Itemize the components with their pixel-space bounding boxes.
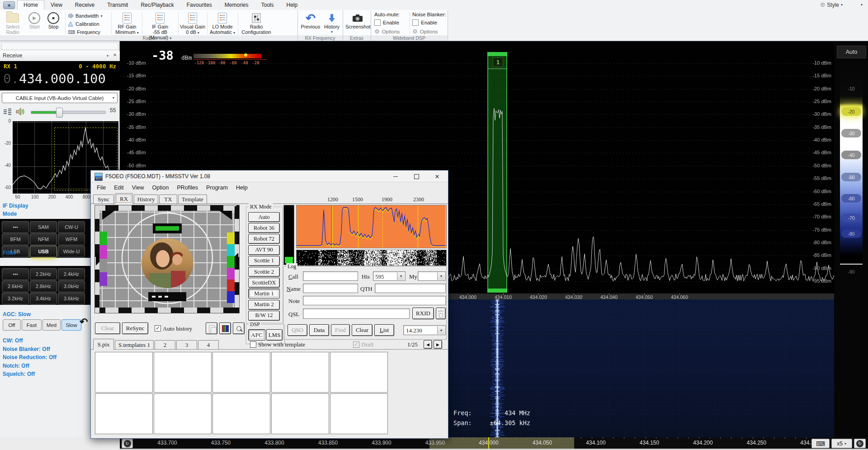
noise-blanker-enable[interactable]: Enable bbox=[412, 19, 437, 26]
mode-button-wide-u[interactable]: Wide-U bbox=[58, 246, 85, 257]
navigator-center-button[interactable]: ↻ bbox=[122, 439, 133, 448]
navigator-view-region[interactable] bbox=[429, 437, 574, 449]
menu-option[interactable]: Option bbox=[148, 185, 173, 191]
status-noise-reduction[interactable]: Noise Reduction: Off bbox=[3, 354, 57, 360]
screenshot-button[interactable]: Screenshot bbox=[345, 12, 370, 34]
magnifier-button[interactable] bbox=[233, 322, 245, 334]
mode-button-bfm[interactable]: BFM bbox=[2, 233, 29, 245]
rx-mode-scottie-2[interactable]: Scottie 2 bbox=[248, 267, 280, 277]
range-label-40[interactable]: -40 bbox=[841, 151, 861, 159]
menu-help[interactable]: Help bbox=[232, 185, 252, 191]
auto-history-checkbox[interactable]: ✓ bbox=[155, 325, 161, 332]
range-label-10[interactable]: -10 bbox=[841, 84, 861, 93]
ribbon-tab-transmit[interactable]: Transmit bbox=[101, 0, 134, 10]
receive-close-icon[interactable]: ✕ bbox=[113, 52, 117, 57]
pix-tab-s-pix[interactable]: S.pix bbox=[93, 339, 114, 350]
agc-header[interactable]: AGC: Slow bbox=[3, 311, 31, 317]
frequency-menu[interactable]: ⌨ Frequency bbox=[68, 28, 109, 36]
qsl-input[interactable] bbox=[303, 308, 410, 319]
rx-mode-robot-36[interactable]: Robot 36 bbox=[248, 223, 280, 233]
navigator-span-button[interactable]: ↻ bbox=[854, 439, 866, 448]
my-select[interactable]: ▼ bbox=[418, 271, 446, 281]
agc-button-off[interactable]: Off bbox=[3, 319, 21, 331]
ribbon-tab-receive[interactable]: Receive bbox=[69, 0, 101, 10]
rxid-button[interactable]: RXID bbox=[412, 308, 434, 319]
range-label-30[interactable]: -30 bbox=[841, 129, 861, 137]
menu-profiles[interactable]: PRofiles bbox=[173, 185, 202, 191]
bandwidth-menu[interactable]: Bandwidth▾ bbox=[68, 12, 109, 19]
history-thumbnail[interactable] bbox=[330, 393, 388, 434]
auto-range-button[interactable]: Auto bbox=[837, 46, 866, 58]
mode-button-3-2khz[interactable]: 3.2kHz bbox=[2, 293, 29, 304]
range-label-50[interactable]: -50 bbox=[841, 173, 861, 181]
mode-button-sam[interactable]: SAM bbox=[30, 221, 57, 233]
my-select-arrow[interactable]: ▼ bbox=[437, 272, 445, 280]
rx-mode-b-w-12[interactable]: B/W 12 bbox=[248, 311, 280, 321]
log-button-clear[interactable]: Clear bbox=[352, 324, 373, 336]
mode-button-3-4khz[interactable]: 3.4kHz bbox=[30, 293, 57, 304]
history-thumbnail[interactable] bbox=[271, 393, 329, 434]
if-gain-button[interactable]: IF Gain -55 dB (Manual) ▾ bbox=[143, 12, 177, 34]
copy-button[interactable] bbox=[206, 322, 217, 334]
radio-configuration-button[interactable]: Radio Configuration bbox=[239, 12, 274, 34]
status-cw[interactable]: CW: Off bbox=[3, 337, 23, 344]
history-thumbnail[interactable] bbox=[212, 393, 270, 434]
picture-button[interactable] bbox=[219, 322, 231, 334]
pix-tab-4[interactable]: 4 bbox=[198, 340, 219, 350]
mode-button-wfm[interactable]: WFM bbox=[58, 233, 85, 245]
mode-button-item[interactable]: ••• bbox=[2, 221, 29, 233]
qth-input[interactable] bbox=[375, 284, 446, 293]
ribbon-tab-view[interactable]: View bbox=[44, 0, 69, 10]
status-noise-blanker[interactable]: Noise Blanker: Off bbox=[3, 346, 50, 352]
calibration-menu[interactable]: Calibration bbox=[68, 20, 109, 28]
history-thumbnail[interactable] bbox=[95, 393, 153, 434]
history-thumbnail[interactable] bbox=[154, 393, 212, 434]
resync-button[interactable]: ReSync bbox=[122, 322, 148, 334]
rx-mode-martin-1[interactable]: Martin 1 bbox=[248, 289, 280, 298]
channel-marker[interactable]: 1 bbox=[493, 57, 503, 67]
tab-rx[interactable]: RX bbox=[115, 193, 133, 204]
mode-header[interactable]: Mode bbox=[3, 211, 17, 217]
history-thumbnail[interactable] bbox=[212, 352, 270, 393]
log-freq-arrow[interactable]: ▼ bbox=[437, 326, 445, 334]
range-label-70[interactable]: -70 bbox=[841, 213, 861, 222]
ribbon-tab-home[interactable]: Home bbox=[17, 0, 44, 10]
range-label-20[interactable]: -20 bbox=[841, 107, 861, 116]
auto-mute-enable-checkbox[interactable] bbox=[374, 19, 381, 26]
agc-button-med[interactable]: Med bbox=[42, 319, 61, 331]
ribbon-tab-rec-playback[interactable]: Rec/Playback bbox=[134, 0, 180, 10]
call-input[interactable] bbox=[303, 271, 358, 281]
rx-mode-auto[interactable]: Auto bbox=[248, 212, 280, 222]
log-button-data[interactable]: Data bbox=[309, 324, 329, 336]
audio-input-select[interactable]: CABLE Input (VB-Audio Virtual Cable) ▾ bbox=[2, 93, 118, 103]
afc-button[interactable]: AFC bbox=[248, 329, 265, 341]
ribbon-collapse-icon[interactable]: ▾ bbox=[861, 3, 863, 7]
previous-button[interactable]: ↶ Previous bbox=[300, 12, 321, 34]
tab-history[interactable]: History bbox=[134, 194, 158, 204]
close-button[interactable]: ✕ bbox=[427, 171, 448, 182]
mmsstv-window[interactable]: SSTV F5OEO (F5OEO.MDT) - MMSSTV Ver 1.08… bbox=[90, 170, 448, 439]
mode-button-3-0khz[interactable]: 3.0kHz bbox=[58, 280, 85, 292]
his-select-arrow[interactable]: ▼ bbox=[397, 272, 405, 280]
agc-button-fast[interactable]: Fast bbox=[22, 319, 42, 331]
his-select[interactable]: 595 ▼ bbox=[373, 271, 406, 281]
speaker-icon[interactable] bbox=[15, 107, 25, 116]
noise-blanker-options[interactable]: ⚙Options bbox=[412, 28, 438, 35]
rxid-abc-button[interactable]: ABC bbox=[436, 308, 446, 319]
mode-button-2-4khz[interactable]: 2.4kHz bbox=[58, 268, 85, 280]
maximize-button[interactable] bbox=[406, 171, 427, 182]
pix-tab-2[interactable]: 2 bbox=[155, 340, 175, 350]
if-display-header[interactable]: IF Display bbox=[3, 203, 28, 209]
lo-mode-button[interactable]: LO Mode Automatic ▾ bbox=[208, 12, 237, 34]
log-button-list[interactable]: List bbox=[374, 324, 394, 336]
receive-header[interactable]: Receive ▾ ✕ bbox=[0, 51, 120, 62]
mode-button-2-6khz[interactable]: 2.6kHz bbox=[2, 280, 29, 292]
receive-collapse-icon[interactable]: ▾ bbox=[107, 54, 108, 58]
rx-mode-martin-2[interactable]: Martin 2 bbox=[248, 300, 280, 310]
select-radio-button[interactable]: Select Radio bbox=[2, 12, 24, 34]
history-thumbnail[interactable] bbox=[95, 352, 153, 393]
page-next-button[interactable]: ▶ bbox=[434, 340, 442, 349]
style-menu[interactable]: ⚙ Style ▾ bbox=[820, 1, 843, 8]
rx-mode-scottiedx[interactable]: ScottieDX bbox=[248, 278, 280, 288]
auto-mute-enable[interactable]: Enable bbox=[374, 19, 399, 26]
